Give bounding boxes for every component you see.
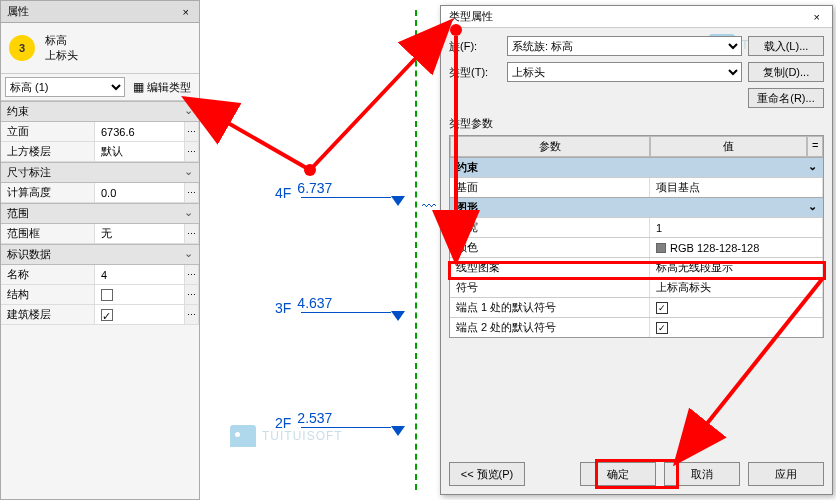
group-name: 范围: [7, 206, 29, 221]
level-line: [301, 197, 391, 198]
watermark: TUITUISOFT: [230, 425, 343, 447]
param-value[interactable]: 无: [95, 224, 185, 244]
grid-icon: ▦: [133, 80, 144, 94]
checkbox-icon[interactable]: ✓: [656, 322, 668, 334]
param-value[interactable]: 1: [650, 218, 823, 237]
edit-type-button[interactable]: ▦ 编辑类型: [129, 78, 195, 97]
param-value[interactable]: 上标高标头: [650, 278, 823, 297]
level-triangle-icon: [391, 311, 405, 321]
table-row: 线型图案标高无线段显示: [450, 257, 823, 277]
param-name: 符号: [450, 278, 650, 297]
param-more-button[interactable]: ⋯: [185, 224, 199, 244]
param-value[interactable]: 项目基点: [650, 178, 823, 197]
col-value: 值: [650, 136, 807, 157]
level-marker[interactable]: 3F 4.637: [275, 295, 405, 316]
param-name: 端点 1 处的默认符号: [450, 298, 650, 317]
group-name: 图形: [456, 200, 478, 215]
param-group-header[interactable]: 图形⌄: [450, 197, 823, 217]
param-value[interactable]: 6736.6: [95, 122, 185, 142]
param-value[interactable]: 默认: [95, 142, 185, 162]
section-line: [415, 10, 417, 490]
level-marker[interactable]: 4F 6.737: [275, 180, 405, 201]
group-header[interactable]: 约束⌄: [1, 101, 199, 122]
param-more-button[interactable]: ⋯: [185, 265, 199, 285]
param-name: 线型图案: [450, 258, 650, 277]
param-name: 基面: [450, 178, 650, 197]
param-name: 结构: [1, 285, 95, 305]
preview-button[interactable]: << 预览(P): [449, 462, 525, 486]
type-preview-text: 标高 上标头: [45, 33, 78, 63]
group-name: 约束: [7, 104, 29, 119]
param-name: 立面: [1, 122, 95, 142]
step-badge: 3: [9, 35, 35, 61]
table-row: 颜色RGB 128-128-128: [450, 237, 823, 257]
instance-type-select[interactable]: 标高 (1): [5, 77, 125, 97]
level-value: 2.537: [297, 410, 332, 426]
group-name: 尺寸标注: [7, 165, 51, 180]
type-params-label: 类型参数: [449, 116, 824, 131]
type-preview[interactable]: 3 标高 上标头: [1, 23, 199, 74]
properties-title: 属性: [7, 4, 29, 19]
family-row: 族(F): 系统族: 标高 载入(L)...: [449, 36, 824, 56]
param-value[interactable]: 标高无线段显示: [650, 258, 823, 277]
load-button[interactable]: 载入(L)...: [748, 36, 824, 56]
dialog-close-icon[interactable]: ×: [810, 11, 824, 23]
param-more-button[interactable]: ⋯: [185, 183, 199, 203]
cancel-button[interactable]: 取消: [664, 462, 740, 486]
param-value[interactable]: RGB 128-128-128: [650, 238, 823, 257]
level-line: [301, 312, 391, 313]
chevron-icon: ⌄: [184, 165, 193, 180]
table-header: 参数 值 =: [450, 136, 823, 157]
close-icon[interactable]: ×: [179, 6, 193, 18]
level-label: 4F: [275, 185, 291, 201]
param-name: 计算高度: [1, 183, 95, 203]
checkbox-icon[interactable]: ✓: [656, 302, 668, 314]
group-header[interactable]: 标识数据⌄: [1, 244, 199, 265]
param-more-button[interactable]: ⋯: [185, 285, 199, 305]
apply-button[interactable]: 应用: [748, 462, 824, 486]
col-param: 参数: [450, 136, 650, 157]
param-value[interactable]: ✓: [650, 298, 823, 317]
dialog-body: 族(F): 系统族: 标高 载入(L)... 类型(T): 上标头 复制(D).…: [441, 28, 832, 346]
type-select[interactable]: 上标头: [507, 62, 742, 82]
copy-button[interactable]: 复制(D)...: [748, 62, 824, 82]
preview-line1: 标高: [45, 33, 78, 48]
rename-button[interactable]: 重命名(R)...: [748, 88, 824, 108]
param-group-header[interactable]: 约束⌄: [450, 157, 823, 177]
chevron-icon: ⌄: [808, 200, 817, 215]
param-name: 线宽: [450, 218, 650, 237]
edit-type-label: 编辑类型: [147, 80, 191, 95]
table-row: 基面项目基点: [450, 177, 823, 197]
family-label: 族(F):: [449, 39, 501, 54]
watermark-logo-icon: [230, 425, 256, 447]
properties-header: 属性 ×: [1, 1, 199, 23]
dialog-footer: << 预览(P) 确定 取消 应用: [441, 454, 832, 494]
ok-button[interactable]: 确定: [580, 462, 656, 486]
param-more-button[interactable]: ⋯: [185, 305, 199, 325]
dialog-title: 类型属性: [449, 9, 493, 24]
rename-row: 重命名(R)...: [449, 88, 824, 108]
checkbox-icon[interactable]: [101, 289, 113, 301]
checkbox-icon[interactable]: ✓: [101, 309, 113, 321]
chevron-icon: ⌄: [184, 104, 193, 119]
param-name: 建筑楼层: [1, 305, 95, 325]
watermark-text: TUITUISOFT: [262, 429, 343, 443]
type-properties-dialog: 类型属性 × TUITUISOFT 族(F): 系统族: 标高 载入(L)...…: [440, 5, 833, 495]
col-eq[interactable]: =: [807, 136, 823, 157]
properties-panel: 属性 × 3 标高 上标头 标高 (1) ▦ 编辑类型 约束⌄立面6736.6⋯…: [0, 0, 200, 500]
group-header[interactable]: 范围⌄: [1, 203, 199, 224]
chevron-icon: ⌄: [808, 160, 817, 175]
param-name: 名称: [1, 265, 95, 285]
chevron-icon: ⌄: [184, 247, 193, 262]
param-value[interactable]: 0.0: [95, 183, 185, 203]
param-more-button[interactable]: ⋯: [185, 122, 199, 142]
param-value[interactable]: 4: [95, 265, 185, 285]
param-more-button[interactable]: ⋯: [185, 142, 199, 162]
level-triangle-icon: [391, 196, 405, 206]
group-header[interactable]: 尺寸标注⌄: [1, 162, 199, 183]
param-value[interactable]: ✓: [650, 318, 823, 337]
table-row: 线宽1: [450, 217, 823, 237]
param-value[interactable]: [95, 285, 185, 305]
param-value[interactable]: ✓: [95, 305, 185, 325]
family-select[interactable]: 系统族: 标高: [507, 36, 742, 56]
